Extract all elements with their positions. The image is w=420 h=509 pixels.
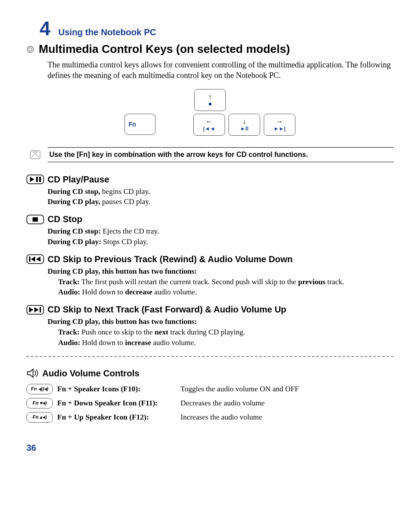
- body-lead: During CD play, this button has two func…: [48, 266, 394, 277]
- skip-next-icon: ►►|: [273, 126, 285, 131]
- chapter-number: 4: [40, 18, 50, 40]
- svg-rect-3: [27, 175, 44, 184]
- volume-label: Fn + Speaker Icons (F10):: [57, 385, 176, 394]
- fn-label: Fn: [129, 121, 136, 128]
- divider: [26, 356, 394, 357]
- page-heading-row: Multimedia Control Keys (on selected mod…: [26, 42, 394, 56]
- table-row: Fn ▴◂) Fn + Up Speaker Icon (F12): Incre…: [26, 412, 394, 423]
- arrow-up-icon: ↑: [208, 93, 212, 100]
- svg-marker-11: [31, 256, 35, 262]
- body-line: Audio: Hold down to increase audio volum…: [58, 338, 394, 348]
- key-fn: Fn: [125, 114, 155, 135]
- note-icon: [30, 150, 41, 159]
- svg-marker-4: [30, 177, 34, 182]
- table-row: Fn ◂))◂) Fn + Speaker Icons (F10): Toggl…: [26, 384, 394, 394]
- table-row: Fn ▾◂) Fn + Down Speaker Icon (F11): Dec…: [26, 398, 394, 409]
- section-stop: CD Stop During CD stop: Ejects the CD tr…: [26, 214, 394, 247]
- body-line: During CD stop, begins CD play.: [48, 186, 394, 197]
- fn-key-icon: Fn ▾◂): [26, 398, 53, 409]
- section-title: CD Skip to Next Track (Fast Forward) & A…: [48, 305, 286, 315]
- arrow-left-icon: ←: [206, 118, 213, 125]
- play-pause-icon: [26, 175, 44, 184]
- section-prev: CD Skip to Previous Track (Rewind) & Aud…: [26, 254, 394, 297]
- section-volume-head: Audio Volume Controls: [26, 368, 394, 379]
- svg-rect-6: [39, 177, 41, 182]
- section-play-pause: CD Play/Pause During CD stop, begins CD …: [26, 175, 394, 208]
- svg-rect-5: [36, 177, 38, 182]
- arrow-right-icon: →: [276, 118, 283, 125]
- skip-next-icon: [26, 305, 44, 315]
- arrow-down-icon: ↓: [243, 118, 246, 125]
- svg-point-1: [29, 48, 32, 51]
- stop-icon: [26, 215, 44, 224]
- note-text: Use the [Fn] key in combination with the…: [49, 151, 308, 159]
- key-diagram: ↑ ■ Fn ← |◄◄ ↓ ►II → ►►|: [26, 89, 394, 136]
- page-title: Multimedia Control Keys (on selected mod…: [39, 42, 290, 56]
- body-line: Track: Push once to skip to the next tra…: [58, 327, 394, 338]
- body-line: During CD play, pauses CD play.: [48, 197, 394, 207]
- body-lead: During CD play, this button has two func…: [48, 316, 394, 327]
- svg-marker-15: [34, 307, 39, 312]
- skip-prev-icon: [26, 254, 44, 264]
- key-right: → ►►|: [264, 114, 295, 136]
- body-line: During CD stop: Ejects the CD tray.: [48, 226, 394, 237]
- section-title: Audio Volume Controls: [42, 368, 140, 379]
- key-up: ↑ ■: [194, 89, 226, 111]
- intro-paragraph: The multimedia control keys allows for c…: [48, 59, 394, 81]
- page-number: 36: [26, 443, 394, 453]
- svg-rect-16: [40, 307, 41, 312]
- key-left: ← |◄◄: [193, 114, 225, 136]
- fn-key-icon: Fn ▴◂): [26, 412, 53, 423]
- svg-marker-12: [36, 256, 41, 262]
- section-title: CD Play/Pause: [48, 175, 109, 185]
- key-down: ↓ ►II: [228, 114, 260, 136]
- volume-desc: Toggles the audio volume ON and OFF: [181, 385, 394, 394]
- play-pause-icon: ►II: [240, 126, 249, 131]
- chapter-header: 4 Using the Notebook PC: [40, 18, 394, 40]
- volume-table: Fn ◂))◂) Fn + Speaker Icons (F10): Toggl…: [26, 384, 394, 423]
- svg-marker-14: [29, 307, 33, 312]
- chapter-title: Using the Notebook PC: [58, 27, 156, 37]
- bullet-ring-icon: [26, 45, 34, 53]
- section-title: CD Skip to Previous Track (Rewind) & Aud…: [48, 254, 293, 264]
- svg-point-0: [27, 46, 33, 52]
- volume-label: Fn + Up Speaker Icon (F12):: [57, 413, 176, 422]
- svg-rect-10: [29, 256, 30, 262]
- note-box: Use the [Fn] key in combination with the…: [48, 147, 394, 162]
- volume-label: Fn + Down Speaker Icon (F11):: [57, 399, 176, 408]
- body-line: Track: The first push will restart the c…: [58, 277, 394, 287]
- stop-symbol-icon: ■: [208, 101, 211, 107]
- speaker-icon: [26, 368, 39, 378]
- fn-key-icon: Fn ◂))◂): [26, 384, 53, 394]
- body-line: Audio: Hold down to decrease audio volum…: [58, 287, 394, 297]
- svg-rect-8: [33, 217, 38, 222]
- section-next: CD Skip to Next Track (Fast Forward) & A…: [26, 305, 394, 348]
- section-title: CD Stop: [48, 214, 82, 224]
- volume-desc: Decreases the audio volume: [181, 399, 394, 408]
- body-line: During CD play: Stops CD play.: [48, 237, 394, 247]
- skip-prev-icon: |◄◄: [203, 126, 215, 131]
- volume-desc: Increases the audio volume: [181, 413, 394, 422]
- svg-marker-17: [27, 369, 33, 378]
